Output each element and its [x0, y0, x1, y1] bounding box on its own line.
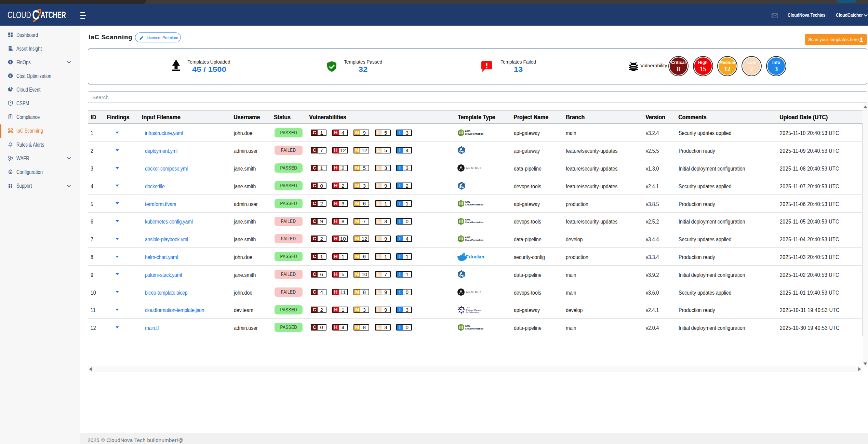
svg-text:$: $: [10, 60, 11, 64]
svg-text:C: C: [32, 8, 39, 22]
svg-text:HELM: HELM: [458, 308, 465, 311]
svg-text:$: $: [10, 74, 11, 78]
